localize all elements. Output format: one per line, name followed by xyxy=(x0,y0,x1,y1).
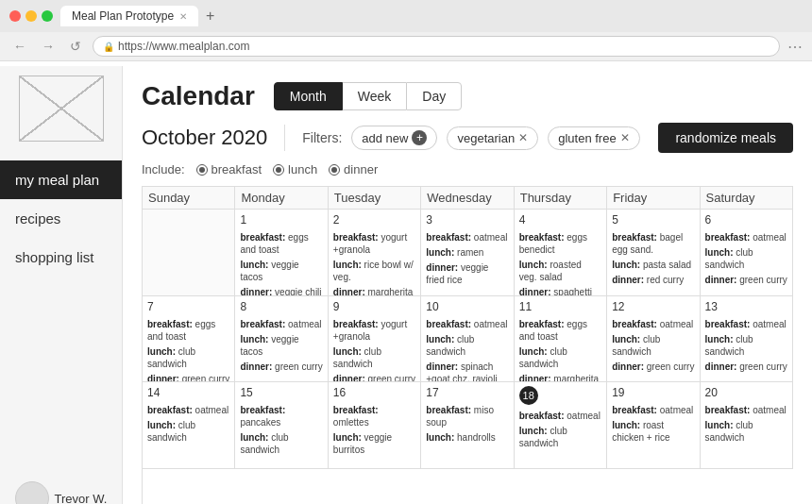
meal-breakfast: breakfast: pancakes xyxy=(240,404,322,428)
page-title: Calendar xyxy=(142,81,255,111)
view-week-button[interactable]: Week xyxy=(343,82,407,110)
forward-button[interactable]: → xyxy=(38,37,59,56)
day-number: 12 xyxy=(612,300,694,313)
meal-lunch: lunch: club sandwich xyxy=(426,333,508,358)
include-breakfast[interactable]: breakfast xyxy=(196,162,262,176)
meal-lunch: lunch: roasted veg. salad xyxy=(519,259,601,283)
table-row[interactable]: 7 breakfast: eggs and toast lunch: club … xyxy=(143,296,235,383)
meal-lunch: lunch: roast chicken + rice xyxy=(612,419,694,444)
table-row[interactable]: 19 breakfast: oatmeal lunch: roast chick… xyxy=(607,382,700,469)
cal-header-saturday: Saturday xyxy=(701,187,793,210)
browser-navbar: ← → ↺ 🔒 https://www.mealplan.com ⋯ xyxy=(0,32,812,61)
table-row[interactable]: 5 breakfast: bagel egg sand. lunch: past… xyxy=(607,210,700,296)
gluten-free-remove-icon[interactable]: ✕ xyxy=(620,131,630,144)
randomize-button[interactable]: randomize meals xyxy=(658,123,793,153)
sidebar-bottom: Trevor W. ⚙ account settings xyxy=(0,472,122,504)
tab-close-icon[interactable]: ✕ xyxy=(179,11,187,22)
meal-dinner: dinner: spaghetti w/ pesto xyxy=(519,286,601,296)
meal-dinner: dinner: green curry xyxy=(333,373,415,383)
view-toggle: Month Week Day xyxy=(274,82,462,110)
meal-lunch: lunch: veggie burritos xyxy=(333,431,415,456)
table-row[interactable]: 1 breakfast: eggs and toast lunch: veggi… xyxy=(235,210,328,296)
gluten-free-filter-chip[interactable]: gluten free ✕ xyxy=(548,126,639,150)
table-row[interactable]: 11 breakfast: eggs and toast lunch: club… xyxy=(515,296,607,383)
table-row[interactable]: 4 breakfast: eggs benedict lunch: roaste… xyxy=(515,210,607,296)
meal-lunch: lunch: club sandwich xyxy=(705,246,787,271)
table-row[interactable]: 17 breakfast: miso soup lunch: handrolls xyxy=(421,382,514,469)
day-number: 9 xyxy=(333,300,415,313)
meal-lunch: lunch: club sandwich xyxy=(147,419,229,444)
maximize-dot[interactable] xyxy=(42,10,53,22)
sidebar-logo xyxy=(19,76,104,142)
day-number: 5 xyxy=(612,213,694,227)
table-row[interactable]: 9 breakfast: yogurt +granola lunch: club… xyxy=(329,296,421,383)
vegetarian-remove-icon[interactable]: ✕ xyxy=(518,131,528,144)
table-row[interactable]: 14 breakfast: oatmeal lunch: club sandwi… xyxy=(143,382,235,469)
main-content: Calendar Month Week Day October 2020 Fil… xyxy=(123,66,812,504)
back-button[interactable]: ← xyxy=(9,37,30,56)
sidebar-user: Trevor W. xyxy=(15,481,108,504)
sidebar-item-shopping-list[interactable]: shopping list xyxy=(0,238,122,277)
breakfast-label: breakfast xyxy=(211,162,262,176)
table-row[interactable]: 3 breakfast: oatmeal lunch: ramen dinner… xyxy=(421,210,514,296)
include-dinner[interactable]: dinner xyxy=(329,162,378,176)
table-row xyxy=(143,210,235,296)
meal-dinner: dinner: red curry xyxy=(612,274,694,286)
table-row[interactable]: 15 breakfast: pancakes lunch: club sandw… xyxy=(235,382,328,469)
cal-header-wednesday: Wednesday xyxy=(421,187,514,210)
include-lunch[interactable]: lunch xyxy=(273,162,317,176)
table-row[interactable]: 16 breakfast: omlettes lunch: veggie bur… xyxy=(329,382,421,469)
meal-lunch: lunch: pasta salad xyxy=(612,259,694,271)
day-number: 13 xyxy=(705,300,787,313)
table-row[interactable]: 8 breakfast: oatmeal lunch: veggie tacos… xyxy=(235,296,328,383)
vegetarian-filter-chip[interactable]: vegetarian ✕ xyxy=(447,126,538,150)
view-day-button[interactable]: Day xyxy=(406,82,462,110)
meal-breakfast: breakfast: yogurt +granola xyxy=(333,231,415,256)
url-bar[interactable]: 🔒 https://www.mealplan.com xyxy=(93,36,780,57)
dinner-label: dinner xyxy=(344,162,378,176)
meal-dinner: dinner: green curry xyxy=(705,274,787,286)
dinner-radio[interactable] xyxy=(329,164,340,176)
meal-dinner: dinner: margherita pizza xyxy=(519,373,601,383)
add-filter-chip[interactable]: add new + xyxy=(351,126,437,150)
refresh-button[interactable]: ↺ xyxy=(66,37,85,56)
browser-menu-button[interactable]: ⋯ xyxy=(787,38,803,56)
browser-tab[interactable]: Meal Plan Prototype ✕ xyxy=(60,6,198,26)
lock-icon: 🔒 xyxy=(103,42,114,52)
table-row[interactable]: 10 breakfast: oatmeal lunch: club sandwi… xyxy=(421,296,514,383)
table-row[interactable]: 2 breakfast: yogurt +granola lunch: rice… xyxy=(329,210,421,296)
browser-dots xyxy=(9,10,53,22)
meal-lunch: lunch: ramen xyxy=(426,246,508,259)
day-number: 16 xyxy=(333,386,415,399)
day-number: 14 xyxy=(147,386,229,399)
filter-divider xyxy=(284,125,285,151)
day-number: 1 xyxy=(240,213,322,227)
view-month-button[interactable]: Month xyxy=(274,82,343,110)
cal-header-sunday: Sunday xyxy=(143,187,235,210)
minimize-dot[interactable] xyxy=(25,10,37,22)
meal-lunch: lunch: club sandwich xyxy=(705,419,787,444)
table-row[interactable]: 20 breakfast: oatmeal lunch: club sandwi… xyxy=(701,382,793,469)
table-row[interactable]: 18 breakfast: oatmeal lunch: club sandwi… xyxy=(515,382,607,469)
meal-lunch: lunch: club sandwich xyxy=(519,425,601,449)
meal-breakfast: breakfast: oatmeal xyxy=(612,404,694,416)
sidebar-item-meal-plan[interactable]: my meal plan xyxy=(0,160,122,199)
table-row[interactable]: 13 breakfast: oatmeal lunch: club sandwi… xyxy=(701,296,793,383)
table-row[interactable]: 6 breakfast: oatmeal lunch: club sandwic… xyxy=(701,210,793,296)
meal-breakfast: breakfast: oatmeal xyxy=(147,404,229,416)
meal-lunch: lunch: club sandwich xyxy=(240,431,322,456)
meal-breakfast: breakfast: eggs benedict xyxy=(519,231,601,256)
close-dot[interactable] xyxy=(9,10,21,22)
meal-dinner: dinner: green curry xyxy=(147,373,229,383)
meal-breakfast: breakfast: eggs and toast xyxy=(147,318,229,343)
meal-lunch: lunch: club sandwich xyxy=(333,345,415,370)
lunch-radio[interactable] xyxy=(273,164,284,176)
cal-header-monday: Monday xyxy=(235,187,328,210)
table-row[interactable]: 12 breakfast: oatmeal lunch: club sandwi… xyxy=(607,296,700,383)
meal-dinner: dinner: margherita pizza xyxy=(333,286,415,296)
sidebar: my meal plan recipes shopping list Trevo… xyxy=(0,66,123,504)
sidebar-item-recipes[interactable]: recipes xyxy=(0,199,122,238)
day-number: 2 xyxy=(333,213,415,227)
new-tab-button[interactable]: + xyxy=(206,8,214,25)
breakfast-radio[interactable] xyxy=(196,164,208,176)
